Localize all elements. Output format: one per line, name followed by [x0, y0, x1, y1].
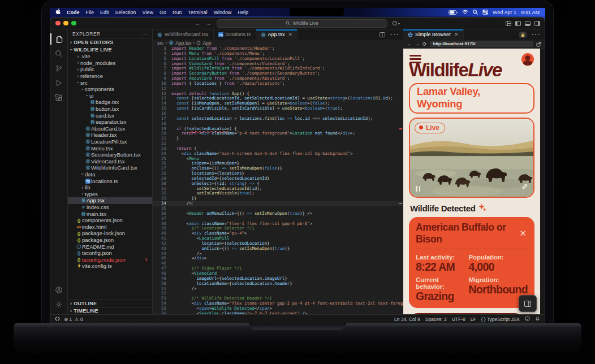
menu-bar-date[interactable]: Wed Apr 1 [493, 10, 516, 15]
extensions-icon[interactable] [50, 90, 67, 105]
timeline-section[interactable]: ›TIMELINE [68, 307, 152, 314]
add-species-button[interactable]: Western Meadowlark+ [409, 313, 524, 314]
tree-item-tsconfig.node.json[interactable]: {}tsconfig.node.json1 [68, 256, 152, 263]
lock-icon[interactable] [519, 32, 527, 38]
copilot-icon[interactable]: ▾ [392, 20, 400, 26]
customize-layout-icon[interactable] [506, 21, 511, 26]
tree-item-main.tsx[interactable]: main.tsx [68, 210, 152, 217]
tree-item-tsconfig.json[interactable]: {}tsconfig.json [68, 250, 152, 257]
status-item[interactable]: { } TypeScript JSX [481, 317, 520, 322]
tree-item-header.tsx[interactable]: Header.tsx [68, 132, 152, 138]
close-tab-icon[interactable]: ✕ [454, 32, 459, 37]
tree-item-public[interactable]: ›public [68, 66, 152, 73]
menu-item-edit[interactable]: Edit [100, 10, 109, 15]
minimize-window-button[interactable] [63, 21, 68, 26]
tree-item-locations.ts[interactable]: TSlocations.ts [68, 177, 152, 184]
tree-item-types[interactable]: ›types [68, 190, 152, 197]
menu-item-code[interactable]: Code [67, 10, 80, 15]
split-editor-icon[interactable] [380, 29, 385, 40]
accounts-icon[interactable] [50, 283, 67, 297]
tree-item-secondarybutton.tsx[interactable]: SecondaryButton.tsx [68, 151, 152, 158]
tree-item-videocard.tsx[interactable]: VideoCard.tsx [68, 158, 152, 165]
search-sidebar-icon[interactable] [50, 46, 67, 61]
toggle-secondary-sidebar-icon[interactable] [534, 21, 540, 26]
open-external-icon[interactable] [536, 39, 541, 49]
explorer-icon[interactable] [50, 32, 67, 46]
status-item[interactable]: Ln 34, Col 9 [394, 317, 420, 322]
tree-item-locationpill.tsx[interactable]: LocationPill.tsx [68, 138, 152, 145]
tree-item-package-lock.json[interactable]: {}package-lock.json [68, 230, 152, 237]
tree-item-package.json[interactable]: {}package.json [68, 237, 152, 244]
browser-forward-icon[interactable]: → [415, 41, 420, 47]
open-editors-section[interactable]: ›OPEN EDITORS [68, 38, 152, 46]
browser-reload-icon[interactable]: ⟳ [422, 41, 427, 47]
location-pill[interactable]: Lamar Valley, Wyoming [409, 83, 534, 114]
explorer-actions-icon[interactable]: ··· [142, 31, 148, 37]
history-back-button[interactable]: ← [195, 20, 201, 27]
workspace-root[interactable]: ›WILDLIFE LIVE [68, 46, 152, 53]
close-tab-icon[interactable]: ✕ [288, 32, 293, 37]
tree-item-index.css[interactable]: #index.css [68, 204, 152, 211]
url-input[interactable]: http://localhost:5173/ [430, 41, 533, 47]
spotlight-search-icon[interactable] [473, 10, 478, 15]
browser-more-actions-icon[interactable]: ··· [531, 29, 540, 40]
tree-item-components[interactable]: ›components [68, 86, 152, 93]
problems-indicator[interactable]: ⊗ 1 ⚠ 0 [64, 317, 83, 322]
apple-menu-icon[interactable] [55, 8, 61, 16]
tree-item-lib[interactable]: ›lib [68, 184, 152, 191]
tree-item-aboutcard.tsx[interactable]: AboutCard.tsx [68, 125, 152, 132]
menu-item-help[interactable]: Help [238, 10, 248, 15]
tree-item-src[interactable]: ›src [68, 79, 152, 86]
menu-item-window[interactable]: Window [213, 10, 231, 15]
status-item[interactable]: UTF-8 [452, 317, 465, 322]
control-center-icon[interactable] [482, 10, 488, 15]
notifications-bell-icon[interactable] [535, 316, 540, 322]
editor-more-actions-icon[interactable]: ··· [390, 29, 399, 40]
status-item[interactable]: LF [471, 317, 476, 322]
toggle-panel-icon[interactable] [525, 21, 531, 26]
tree-item-.vite[interactable]: ›.vite [68, 53, 152, 60]
menu-bar-time[interactable]: 9:41 AM [521, 10, 540, 15]
tree-item-readme.md[interactable]: iREADME.md [68, 243, 152, 250]
tree-item-button.tsx[interactable]: button.tsx [68, 106, 152, 112]
menu-item-run[interactable]: Run [173, 10, 182, 15]
tab-simple-browser[interactable]: Simple Browser✕ [403, 29, 464, 40]
tab-locations.ts[interactable]: TSlocations.ts [214, 29, 256, 40]
settings-gear-icon[interactable] [50, 297, 67, 312]
code-editor[interactable]: 3import Header from './components/Header… [153, 46, 403, 314]
tree-item-card.tsx[interactable]: card.tsx [68, 112, 152, 119]
menu-item-terminal[interactable]: Terminal [188, 10, 207, 15]
avatar[interactable] [521, 53, 534, 66]
breadcrumb[interactable]: src›App.tsx›App [153, 40, 403, 46]
menu-item-file[interactable]: File [86, 10, 94, 15]
tree-item-separator.tsx[interactable]: separator.tsx [68, 119, 152, 125]
battery-icon[interactable] [449, 10, 458, 15]
status-item[interactable]: Spaces: 2 [425, 317, 447, 322]
tree-item-data[interactable]: ›data [68, 171, 152, 178]
browser-back-icon[interactable]: ← [407, 41, 412, 47]
pause-icon[interactable] [416, 186, 420, 192]
source-control-icon[interactable] [50, 61, 67, 76]
tab-wildlifeinfocard.tsx[interactable]: WildlifeInfoCard.tsx [153, 29, 214, 40]
menu-item-view[interactable]: View [143, 10, 153, 15]
remote-window-icon[interactable] [55, 317, 60, 322]
wifi-icon[interactable] [462, 10, 468, 15]
toggle-primary-sidebar-icon[interactable] [515, 21, 521, 26]
feedback-icon[interactable] [525, 316, 530, 322]
menu-item-selection[interactable]: Selection [115, 10, 136, 15]
menu-item-go[interactable]: Go [159, 10, 166, 15]
tree-item-node_modules[interactable]: ›node_modules [68, 60, 152, 67]
outline-section[interactable]: ›OUTLINE [68, 300, 152, 307]
expand-icon[interactable] [521, 182, 528, 192]
tree-item-app.tsx[interactable]: App.tsx [68, 197, 152, 204]
run-debug-icon[interactable] [50, 76, 67, 90]
close-window-button[interactable] [55, 21, 61, 26]
history-forward-button[interactable]: → [205, 20, 211, 27]
command-center-search[interactable]: Wildlife Live [217, 19, 387, 28]
zoom-window-button[interactable] [71, 21, 76, 26]
tree-item-reference[interactable]: ›reference [68, 73, 152, 80]
live-video-card[interactable]: Live [409, 118, 534, 198]
tree-item-menu.tsx[interactable]: Menu.tsx [68, 145, 152, 151]
tree-item-badge.tsx[interactable]: badge.tsx [68, 99, 152, 106]
tree-item-wildlifeinfocard.tsx[interactable]: WildlifeInfoCard.tsx [68, 164, 152, 171]
